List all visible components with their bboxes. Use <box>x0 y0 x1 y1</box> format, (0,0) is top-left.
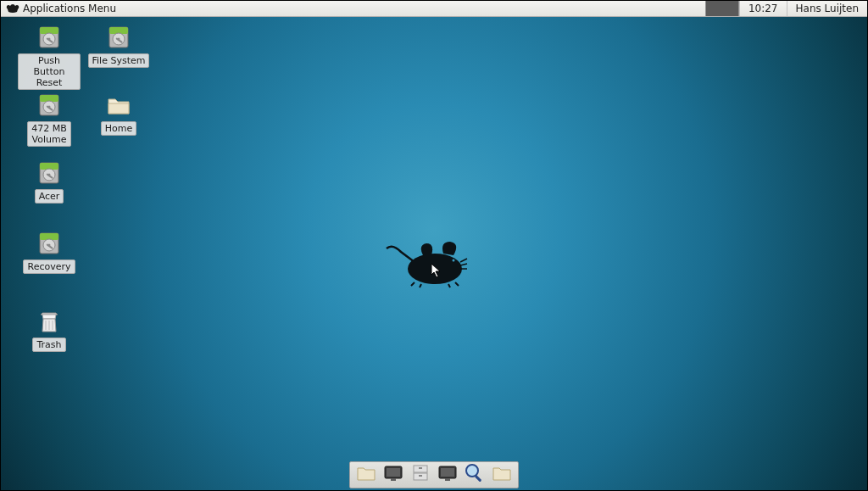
desktop-icon-label: Acer <box>35 189 64 204</box>
dock-item-terminal[interactable] <box>381 464 406 486</box>
trash-icon <box>36 308 63 335</box>
folder-icon <box>492 464 512 486</box>
svg-rect-35 <box>441 468 454 477</box>
dock-item-search[interactable] <box>462 464 487 486</box>
desktop-icon-label: 472 MB Volume <box>27 121 71 147</box>
desktop-icon-label: Recovery <box>23 259 75 274</box>
clock-time: 10:27 <box>748 3 778 14</box>
drive-icon <box>36 92 63 119</box>
bottom-dock <box>349 461 519 488</box>
user-name: Hans Luijten <box>796 3 860 14</box>
svg-rect-33 <box>419 475 422 477</box>
folder-icon <box>356 464 376 486</box>
desktop-icon-label: Push Button Reset <box>18 53 81 90</box>
user-menu-button[interactable]: Hans Luijten <box>787 1 868 16</box>
drive-icon <box>105 24 132 51</box>
desktop-icon-home[interactable]: Home <box>87 92 150 136</box>
desktop-icon-file-system[interactable]: File System <box>87 24 150 68</box>
svg-point-37 <box>466 465 478 477</box>
svg-point-26 <box>453 259 455 262</box>
drive-icon <box>36 159 63 187</box>
desktop-icon-acer[interactable]: Acer <box>18 159 81 204</box>
dock-item-archive[interactable] <box>408 464 433 486</box>
dock-item-terminal-2[interactable] <box>435 464 460 486</box>
desktop-icon-trash[interactable]: Trash <box>18 308 81 352</box>
desktop-icon-label: File System <box>88 53 150 68</box>
svg-rect-38 <box>475 475 481 482</box>
drive-icon <box>36 230 63 257</box>
archive-icon <box>410 464 431 486</box>
system-tray[interactable] <box>705 1 739 16</box>
dock-item-file-manager[interactable] <box>353 464 379 486</box>
desktop[interactable]: Push Button ResetFile System472 MB Volum… <box>1 17 867 490</box>
magnifier-icon <box>464 462 486 488</box>
svg-rect-28 <box>387 468 400 477</box>
applications-menu-label: Applications Menu <box>23 3 116 14</box>
xfce-mouse-icon <box>6 3 19 14</box>
clock[interactable]: 10:27 <box>739 1 787 16</box>
screen-icon <box>437 464 458 486</box>
dock-item-files[interactable] <box>489 464 515 486</box>
applications-menu-button[interactable]: Applications Menu <box>1 1 121 16</box>
desktop-icon-label: Trash <box>32 338 65 352</box>
svg-rect-32 <box>419 467 422 469</box>
svg-point-25 <box>408 254 462 284</box>
svg-rect-36 <box>445 478 450 481</box>
drive-icon <box>36 24 63 51</box>
svg-rect-29 <box>391 478 396 481</box>
desktop-icon-recovery[interactable]: Recovery <box>18 230 81 274</box>
screen-icon <box>383 464 403 486</box>
desktop-icon-472mb-volume[interactable]: 472 MB Volume <box>18 92 81 147</box>
desktop-icon-push-button-reset[interactable]: Push Button Reset <box>18 24 81 90</box>
top-panel: Applications Menu 10:27 Hans Luijten <box>1 1 867 17</box>
mouse-cursor <box>431 263 442 278</box>
desktop-icon-label: Home <box>101 121 136 136</box>
folder-icon <box>105 92 132 119</box>
xfce-wallpaper-logo <box>382 233 476 288</box>
